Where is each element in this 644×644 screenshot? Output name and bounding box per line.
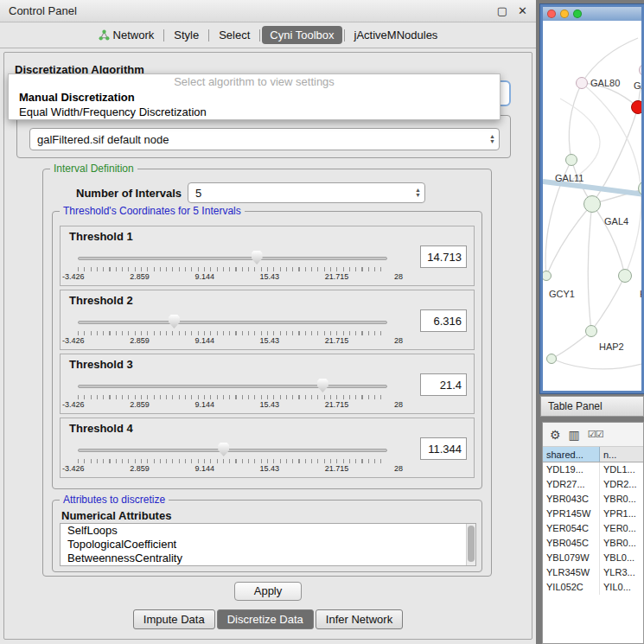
table-panel: ⚙ ▥ ☑☑ shared... n... YDL19...YDL1...YDR… <box>542 422 644 644</box>
tab-separator <box>208 29 209 41</box>
table-cell: YDL19... <box>543 462 600 477</box>
tab-network[interactable]: Network <box>91 26 163 44</box>
threshold-slider[interactable] <box>78 379 387 394</box>
zoom-traffic-light-icon[interactable] <box>573 10 582 18</box>
column-header-name[interactable]: n... <box>600 447 643 462</box>
list-item[interactable]: TopologicalCoefficient <box>61 538 475 552</box>
slider-thumb[interactable] <box>317 379 328 392</box>
slider-track[interactable] <box>78 321 387 324</box>
table-cell: YER0... <box>600 521 643 536</box>
list-item[interactable]: SelfLoops <box>61 524 475 538</box>
number-of-intervals-label: Number of Intervals <box>76 187 182 200</box>
network-node-label: GA <box>634 80 641 91</box>
tick-label: 28 <box>394 400 403 409</box>
slider-track[interactable] <box>78 385 387 388</box>
columns-icon[interactable]: ▥ <box>569 429 580 441</box>
threshold-value-field[interactable]: 6.316 <box>420 309 467 332</box>
network-node[interactable] <box>565 154 577 166</box>
table-row[interactable]: YER054CYER0... <box>543 521 643 536</box>
slider-tick-labels: -3.4262.8599.14415.4321.71528 <box>62 272 403 281</box>
network-view-window: GAL80GAGAL11GAL4GCY1HHAP2 <box>540 4 644 393</box>
tab-jactivemnodules[interactable]: jActiveMNodules <box>347 26 446 44</box>
tick-label: -3.426 <box>62 400 85 409</box>
table-panel-titlebar[interactable]: Table Panel <box>540 396 644 417</box>
tab-cyni-toolbox[interactable]: Cyni Toolbox <box>262 26 341 44</box>
threshold-panel-1: Threshold 1 -3.4262.8599.14415.4321.7152… <box>60 226 475 286</box>
tab-infer-network[interactable]: Infer Network <box>316 609 403 629</box>
select-all-checkboxes-icon[interactable]: ☑☑ <box>588 430 603 439</box>
thresholds-group: Threshold's Coordinates for 5 Intervals … <box>52 211 482 489</box>
table-cell: YBR043C <box>543 492 600 507</box>
table-row[interactable]: YIL052CYIL0... <box>543 580 643 595</box>
table-cell: YBL0... <box>600 551 643 565</box>
tab-discretize-data[interactable]: Discretize Data <box>217 609 314 629</box>
network-node[interactable] <box>576 77 588 89</box>
slider-thumb[interactable] <box>169 315 180 328</box>
tab-select[interactable]: Select <box>211 26 258 44</box>
number-of-intervals-select[interactable]: 5 ▲ ▼ <box>188 182 425 203</box>
slider-tick-marks <box>78 267 387 271</box>
tick-label: 21.715 <box>325 272 349 281</box>
close-window-icon[interactable]: ✕ <box>518 4 527 17</box>
scrollbar-thumb[interactable] <box>468 526 475 562</box>
tick-label: 15.43 <box>260 336 280 345</box>
table-cell: YPR145W <box>543 507 600 521</box>
column-header-shared-name[interactable]: shared... <box>543 447 600 462</box>
dropdown-option-manual-discretization[interactable]: Manual Discretization <box>9 90 500 105</box>
dropdown-placeholder-item[interactable]: Select algorithm to view settings <box>9 74 500 90</box>
table-toolbar: ⚙ ▥ ☑☑ <box>543 423 643 447</box>
threshold-slider[interactable] <box>78 315 387 330</box>
table-data-group: Table Data galFiltered.sif default node … <box>16 115 511 158</box>
float-window-icon[interactable]: ▢ <box>497 4 507 17</box>
network-canvas[interactable]: GAL80GAGAL11GAL4GCY1HHAP2 <box>543 21 641 391</box>
close-traffic-light-icon[interactable] <box>547 10 556 18</box>
gear-icon[interactable]: ⚙ <box>550 429 561 441</box>
table-row[interactable]: YDR27...YDR2... <box>543 477 643 492</box>
table-header-row: shared... n... <box>543 447 643 462</box>
minimize-traffic-light-icon[interactable] <box>560 10 569 18</box>
threshold-value-field[interactable]: 14.713 <box>420 245 467 268</box>
slider-thumb[interactable] <box>218 443 229 456</box>
network-node[interactable] <box>631 100 641 114</box>
dropdown-option-equal-width[interactable]: Equal Width/Frequency Discretization <box>9 105 500 119</box>
numerical-attributes-list[interactable]: SelfLoopsTopologicalCoefficientBetweenne… <box>60 523 476 566</box>
control-panel-tabbar: Network Style Select Cyni Toolbox jActiv… <box>0 22 536 48</box>
threshold-value-field[interactable]: 21.4 <box>420 373 467 396</box>
table-row[interactable]: YDL19...YDL1... <box>543 462 643 477</box>
table-cell: YBR045C <box>543 536 600 551</box>
list-item[interactable]: BetweennessCentrality <box>61 552 475 565</box>
threshold-panel-2: Threshold 2 -3.4262.8599.14415.4321.7152… <box>60 290 475 350</box>
tab-separator <box>259 29 260 41</box>
network-node[interactable] <box>585 325 597 337</box>
table-row[interactable]: YBR045CYBR0... <box>543 536 643 551</box>
slider-track[interactable] <box>78 449 387 452</box>
apply-button[interactable]: Apply <box>234 582 302 601</box>
table-row[interactable]: YBL079WYBL0... <box>543 551 643 565</box>
table-row[interactable]: YLR345WYLR3... <box>543 565 643 580</box>
tab-style[interactable]: Style <box>166 26 207 44</box>
table-cell: YBR0... <box>600 492 643 507</box>
tick-label: 21.715 <box>325 464 349 473</box>
slider-thumb[interactable] <box>252 251 263 265</box>
slider-tick-marks <box>78 331 387 335</box>
network-node[interactable] <box>546 354 557 364</box>
stepper-icon: ▲ ▼ <box>489 134 495 144</box>
tick-label: -3.426 <box>62 272 85 281</box>
slider-track[interactable] <box>78 257 387 260</box>
table-row[interactable]: YBR043CYBR0... <box>543 492 643 507</box>
network-node[interactable] <box>618 269 632 283</box>
table-data-select[interactable]: galFiltered.sif default node ▲ ▼ <box>29 128 500 150</box>
table-row[interactable]: YPR145WYPR1... <box>543 507 643 521</box>
number-of-intervals-value: 5 <box>195 187 201 200</box>
list-scrollbar[interactable] <box>466 524 475 565</box>
threshold-value-field[interactable]: 11.344 <box>420 437 467 460</box>
network-node[interactable] <box>583 195 601 213</box>
thresholds-group-title: Threshold's Coordinates for 5 Intervals <box>60 205 245 217</box>
stepper-down-icon: ▼ <box>489 139 495 144</box>
threshold-slider[interactable] <box>78 251 387 266</box>
tab-impute-data[interactable]: Impute Data <box>133 609 215 629</box>
tick-label: 9.144 <box>194 272 214 281</box>
table-cell: YDL1... <box>600 462 643 477</box>
threshold-slider[interactable] <box>78 443 387 458</box>
table-cell: YDR27... <box>543 477 600 492</box>
